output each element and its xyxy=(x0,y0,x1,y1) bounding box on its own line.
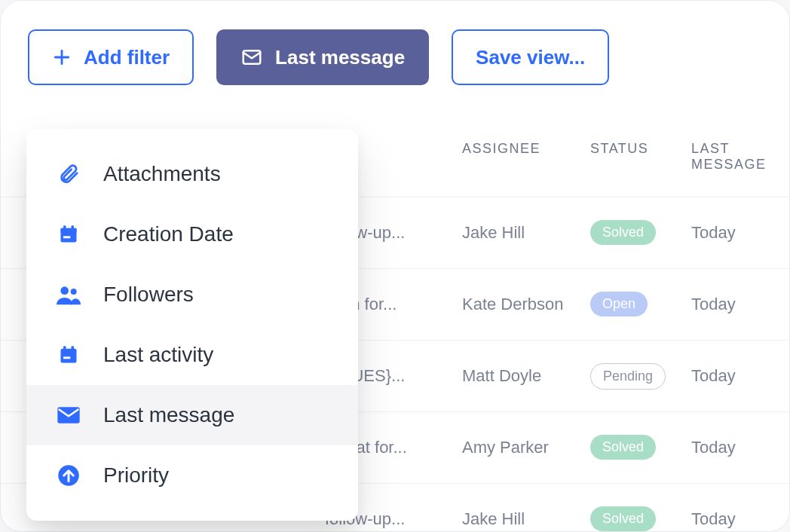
cell-last-message: Today xyxy=(691,366,736,386)
filter-option-last-message[interactable]: Last message xyxy=(26,385,358,445)
cell-last-message: Today xyxy=(691,223,736,243)
cell-assignee: Jake Hill xyxy=(462,509,525,529)
svg-point-8 xyxy=(60,286,69,295)
status-badge: Solved xyxy=(590,506,656,531)
add-filter-button[interactable]: Add filter xyxy=(28,29,194,85)
filter-option-label: Priority xyxy=(103,463,169,488)
status-badge: Solved xyxy=(590,435,656,460)
arrow-up-circle-icon xyxy=(54,464,84,487)
filter-option-priority[interactable]: Priority xyxy=(26,445,358,506)
filter-option-followers[interactable]: Followers xyxy=(26,264,358,325)
status-badge: Solved xyxy=(590,220,656,245)
calendar-icon xyxy=(54,224,84,245)
filter-option-label: Last activity xyxy=(103,343,213,367)
status-badge: Pending xyxy=(590,363,666,390)
cell-assignee: Kate Derbson xyxy=(462,295,564,314)
column-last-message: LAST MESSAGE xyxy=(691,141,789,173)
last-message-filter-button[interactable]: Last message xyxy=(216,29,429,85)
calendar-icon xyxy=(54,344,84,365)
mail-icon xyxy=(54,405,84,425)
column-assignee: ASSIGNEE xyxy=(462,141,540,157)
svg-rect-13 xyxy=(63,356,70,359)
cell-status: Open xyxy=(590,292,648,316)
filter-option-label: Followers xyxy=(103,283,194,307)
svg-rect-12 xyxy=(72,346,75,350)
svg-point-9 xyxy=(71,289,77,295)
filter-toolbar: Add filter Last message Save view... xyxy=(1,29,789,85)
cell-assignee: Amy Parker xyxy=(462,438,549,457)
filter-option-label: Last message xyxy=(103,403,234,427)
svg-rect-4 xyxy=(61,228,77,233)
last-message-filter-label: Last message xyxy=(275,46,405,69)
filter-option-attachments[interactable]: Attachments xyxy=(26,144,358,204)
filter-option-creation-date[interactable]: Creation Date xyxy=(26,204,358,264)
filter-option-last-activity[interactable]: Last activity xyxy=(26,325,358,385)
cell-last-message: Today xyxy=(691,295,736,314)
mail-icon xyxy=(240,46,263,69)
svg-rect-6 xyxy=(72,225,75,230)
filter-option-label: Creation Date xyxy=(103,222,234,246)
column-status: STATUS xyxy=(590,141,648,157)
cell-last-message: Today xyxy=(691,438,736,457)
save-view-button[interactable]: Save view... xyxy=(452,29,609,85)
filter-option-label: Attachments xyxy=(103,162,221,186)
svg-rect-7 xyxy=(63,236,70,238)
cell-status: Solved xyxy=(590,220,656,245)
cell-status: Solved xyxy=(590,506,656,531)
cell-assignee: Jake Hill xyxy=(462,223,525,243)
cell-last-message: Today xyxy=(691,509,736,529)
cell-status: Pending xyxy=(590,363,666,390)
svg-rect-10 xyxy=(61,349,77,363)
cell-status: Solved xyxy=(590,435,656,460)
save-view-label: Save view... xyxy=(476,46,585,69)
plus-icon xyxy=(52,47,72,67)
main-panel: Add filter Last message Save view... ASS… xyxy=(0,0,790,532)
svg-rect-5 xyxy=(63,225,66,230)
paperclip-icon xyxy=(54,163,84,185)
cell-assignee: Matt Doyle xyxy=(462,366,541,386)
svg-rect-11 xyxy=(63,346,66,350)
filter-dropdown: Attachments Creation Date Followers Last… xyxy=(26,129,358,521)
status-badge: Open xyxy=(590,292,648,316)
followers-icon xyxy=(54,284,84,305)
add-filter-label: Add filter xyxy=(84,46,170,69)
